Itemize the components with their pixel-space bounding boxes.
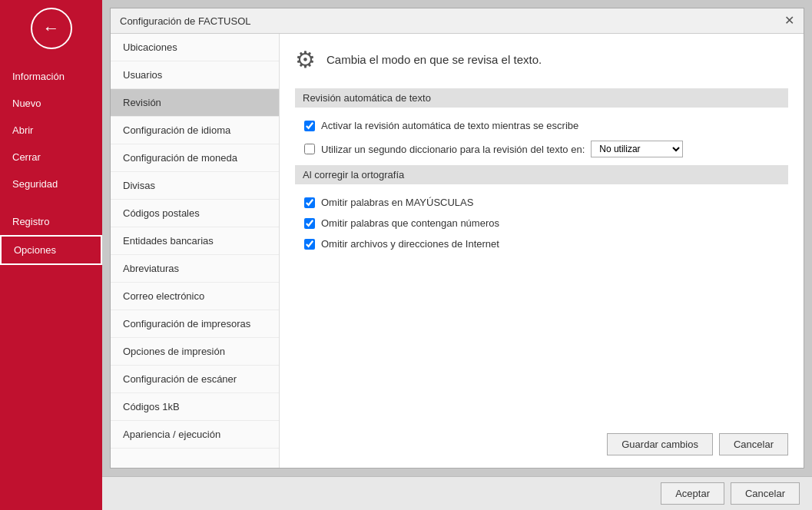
content-header: ⚙ Cambia el modo en que se revisa el tex…: [295, 46, 788, 73]
checkbox-segundo-diccionario-input[interactable]: [304, 144, 315, 154]
section2-bar: Al corregir la ortografía: [295, 165, 788, 184]
cancelar-bottom-button[interactable]: Cancelar: [731, 482, 800, 505]
sidebar-item-informacion[interactable]: Información: [0, 63, 102, 90]
dialog-body: Ubicaciones Usuarios Revisión Configurac…: [111, 34, 804, 468]
checkbox-omitir-internet: Omitir archivos y direcciones de Interne…: [304, 238, 788, 250]
nav-item-correo-electronico[interactable]: Correo electrónico: [111, 283, 279, 310]
checkbox-omitir-internet-input[interactable]: [304, 239, 315, 250]
nav-item-ubicaciones[interactable]: Ubicaciones: [111, 34, 279, 61]
bottom-bar: Aceptar Cancelar: [102, 476, 812, 510]
sidebar-item-nuevo[interactable]: Nuevo: [0, 90, 102, 117]
cancelar-button[interactable]: Cancelar: [719, 433, 788, 455]
nav-item-apariencia-ejecucion[interactable]: Apariencia / ejecución: [111, 421, 279, 449]
nav-list: Ubicaciones Usuarios Revisión Configurac…: [111, 34, 280, 468]
checkbox-omitir-mayusculas: Omitir palabras en MAYÚSCULAS: [304, 197, 788, 208]
checkbox-segundo-diccionario: Utilizar un segundo diccionario para la …: [304, 141, 788, 157]
checkbox-omitir-internet-label: Omitir archivos y direcciones de Interne…: [321, 238, 499, 250]
sidebar: ← Información Nuevo Abrir Cerrar Segurid…: [0, 0, 102, 510]
nav-item-configuracion-idioma[interactable]: Configuración de idioma: [111, 117, 279, 144]
back-icon: ←: [43, 18, 60, 38]
checkbox-omitir-numeros-input[interactable]: [304, 218, 315, 229]
content-panel: ⚙ Cambia el modo en que se revisa el tex…: [280, 34, 804, 468]
nav-item-configuracion-impresoras[interactable]: Configuración de impresoras: [111, 310, 279, 338]
diccionario-dropdown[interactable]: No utilizar: [591, 141, 683, 157]
back-button[interactable]: ←: [31, 8, 72, 49]
sidebar-item-opciones[interactable]: Opciones: [0, 235, 102, 265]
section1-bar: Revisión automática de texto: [295, 88, 788, 108]
nav-item-opciones-impresion[interactable]: Opciones de impresión: [111, 338, 279, 366]
checkbox-segundo-diccionario-label: Utilizar un segundo diccionario para la …: [321, 144, 585, 155]
sidebar-item-cerrar[interactable]: Cerrar: [0, 144, 102, 171]
checkbox-activar-revision: Activar la revisión automática de texto …: [304, 120, 788, 131]
dialog-title: Configuración de FACTUSOL: [120, 15, 251, 27]
nav-item-revision[interactable]: Revisión: [111, 89, 279, 117]
nav-item-usuarios[interactable]: Usuarios: [111, 61, 279, 89]
guardar-cambios-button[interactable]: Guardar cambios: [607, 433, 713, 455]
aceptar-button[interactable]: Aceptar: [661, 482, 724, 505]
sidebar-item-seguridad[interactable]: Seguridad: [0, 171, 102, 197]
nav-item-configuracion-moneda[interactable]: Configuración de moneda: [111, 144, 279, 172]
checkbox-activar-revision-input[interactable]: [304, 121, 315, 131]
content-footer: Guardar cambios Cancelar: [295, 421, 788, 455]
main-area: Configuración de FACTUSOL ✕ Ubicaciones …: [102, 0, 812, 510]
sidebar-item-abrir[interactable]: Abrir: [0, 117, 102, 144]
checkbox-omitir-numeros-label: Omitir palabras que contengan números: [321, 217, 499, 229]
checkbox-activar-revision-label: Activar la revisión automática de texto …: [321, 120, 578, 131]
nav-item-codigos-1kb[interactable]: Códigos 1kB: [111, 393, 279, 421]
nav-item-abreviaturas[interactable]: Abreviaturas: [111, 255, 279, 283]
checkbox-omitir-mayusculas-input[interactable]: [304, 197, 315, 208]
checkbox-omitir-numeros: Omitir palabras que contengan números: [304, 217, 788, 229]
dialog: Configuración de FACTUSOL ✕ Ubicaciones …: [110, 8, 804, 469]
nav-item-codigos-postales[interactable]: Códigos postales: [111, 200, 279, 227]
dialog-titlebar: Configuración de FACTUSOL ✕: [111, 8, 804, 34]
sidebar-item-registro[interactable]: Registro: [0, 208, 102, 235]
nav-item-configuracion-scanner[interactable]: Configuración de escáner: [111, 366, 279, 393]
gear-icon: ⚙: [295, 46, 316, 73]
sidebar-menu: Información Nuevo Abrir Cerrar Seguridad…: [0, 63, 102, 265]
diccionario-select[interactable]: No utilizar: [591, 141, 683, 157]
checkbox-omitir-mayusculas-label: Omitir palabras en MAYÚSCULAS: [321, 197, 473, 208]
content-description: Cambia el modo en que se revisa el texto…: [326, 53, 542, 66]
nav-item-divisas[interactable]: Divisas: [111, 172, 279, 200]
nav-item-entidades-bancarias[interactable]: Entidades bancarias: [111, 227, 279, 255]
dialog-close-button[interactable]: ✕: [784, 15, 794, 27]
